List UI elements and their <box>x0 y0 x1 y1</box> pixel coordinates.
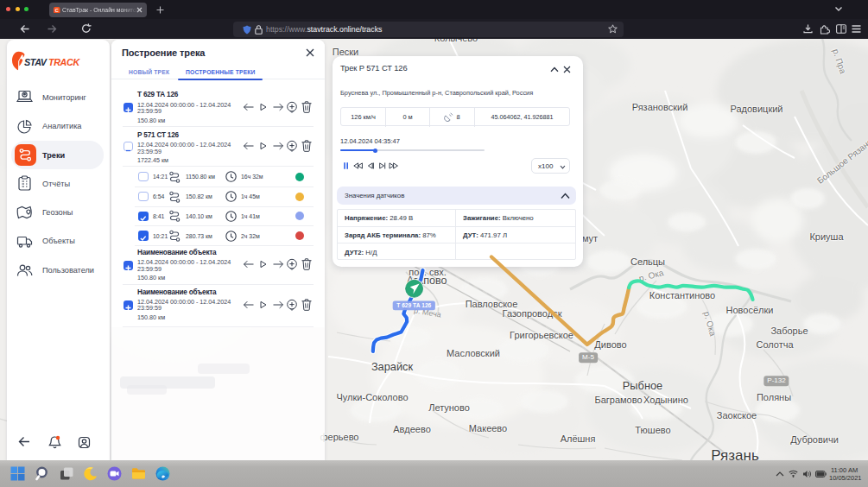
svg-text:STAV: STAV <box>24 57 48 67</box>
svg-text:TRACK: TRACK <box>48 57 80 67</box>
svg-text:С: С <box>55 7 59 12</box>
